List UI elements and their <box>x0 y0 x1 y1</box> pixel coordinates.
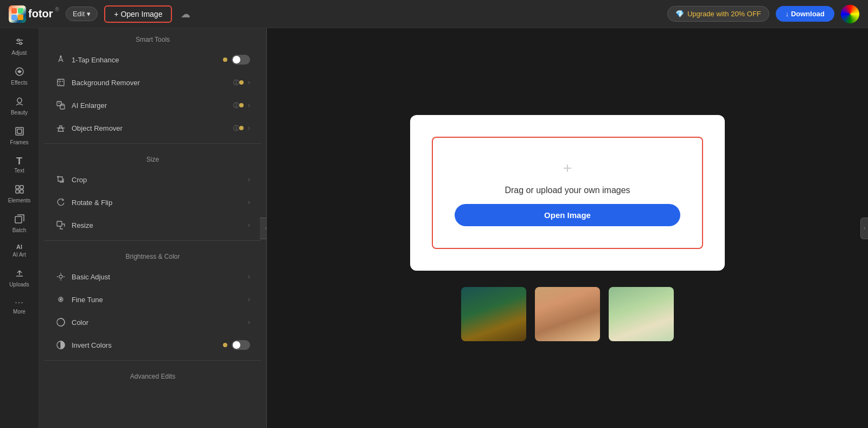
cloud-button[interactable]: ☁ <box>181 8 190 20</box>
sidebar-item-ai-art[interactable]: AI AI Art <box>2 240 37 262</box>
tool-bg-remover[interactable]: Background Remover ⓘ › <box>44 72 261 93</box>
sidebar-item-batch[interactable]: Batch <box>2 210 37 238</box>
svg-rect-3 <box>18 15 23 20</box>
obj-remover-dot <box>239 126 244 130</box>
tool-ai-enlarger[interactable]: AI Enlarger ⓘ › <box>44 94 261 116</box>
ai-enlarger-icon <box>55 100 66 111</box>
svg-rect-2 <box>11 15 17 20</box>
svg-rect-10 <box>16 127 23 135</box>
svg-rect-20 <box>60 105 65 109</box>
svg-point-7 <box>20 42 22 44</box>
open-image-main-button[interactable]: Open Image <box>455 204 680 226</box>
uploads-icon <box>15 269 24 280</box>
logo-text: fotor <box>28 8 53 20</box>
tool-rotate[interactable]: Rotate & Flip › <box>44 191 261 213</box>
tool-one-tap-enhance[interactable]: 1-Tap Enhance <box>44 49 261 71</box>
tool-obj-remover[interactable]: Object Remover ⓘ › <box>44 117 261 139</box>
svg-point-22 <box>59 275 62 278</box>
advanced-edits-header: Advanced Edits <box>39 365 266 385</box>
sidebar-item-effects[interactable]: Effects <box>2 62 37 90</box>
edit-label: Edit <box>73 10 85 18</box>
tool-invert[interactable]: Invert Colors <box>44 334 261 356</box>
invert-toggle[interactable] <box>232 340 250 350</box>
enhance-toggle[interactable] <box>232 55 250 65</box>
tool-resize[interactable]: Resize › <box>44 214 261 236</box>
sidebar-item-frames[interactable]: Frames <box>2 122 37 150</box>
bg-remover-arrow: › <box>248 79 250 86</box>
sample-images <box>461 287 674 341</box>
obj-remover-info: ⓘ <box>233 124 239 132</box>
resize-icon <box>55 220 66 231</box>
enhance-dot <box>223 58 227 62</box>
fine-tune-icon <box>55 294 66 305</box>
right-collapse-handle[interactable]: › <box>860 218 868 239</box>
brightness-header: Brightness & Color <box>39 245 266 265</box>
cloud-icon: ☁ <box>181 9 190 20</box>
fine-tune-label: Fine Tune <box>72 296 248 304</box>
ai-enlarger-dot <box>239 103 244 107</box>
color-label: Color <box>72 318 248 327</box>
more-label: More <box>13 309 25 315</box>
beauty-label: Beauty <box>11 110 28 116</box>
sidebar-item-uploads[interactable]: Uploads <box>2 264 37 292</box>
avatar[interactable] <box>841 5 859 23</box>
drop-zone[interactable]: + Drag or upload your own images Open Im… <box>432 137 703 249</box>
edit-button[interactable]: Edit ▾ <box>66 7 98 21</box>
svg-point-28 <box>60 299 62 301</box>
sample-image-2[interactable] <box>535 287 600 341</box>
collapse-handle[interactable]: ‹ <box>260 218 267 239</box>
tool-color[interactable]: Color › <box>44 311 261 333</box>
tool-fine-tune[interactable]: Fine Tune › <box>44 289 261 310</box>
svg-rect-15 <box>20 190 23 193</box>
download-button[interactable]: ↓ Download <box>776 6 834 22</box>
svg-rect-19 <box>57 101 61 106</box>
sample-image-1[interactable] <box>461 287 526 341</box>
sidebar-item-text[interactable]: T Text <box>2 152 37 178</box>
text-label: Text <box>14 168 24 174</box>
svg-point-29 <box>57 318 65 326</box>
obj-remover-arrow: › <box>248 124 250 132</box>
fine-tune-arrow: › <box>248 296 250 303</box>
left-nav: Adjust Effects Beauty <box>0 28 39 428</box>
sidebar-item-elements[interactable]: Elements <box>2 180 37 208</box>
ai-art-label: AI Art <box>12 252 25 258</box>
edit-chevron-icon: ▾ <box>87 10 91 18</box>
tool-crop[interactable]: Crop › <box>44 169 261 190</box>
invert-dot <box>223 343 227 347</box>
smart-tools-header: Smart Tools <box>39 28 266 48</box>
rotate-arrow: › <box>248 199 250 206</box>
open-image-header-button[interactable]: + Open Image <box>104 5 172 23</box>
separator-2 <box>44 240 261 241</box>
logo[interactable]: fotor ® <box>9 5 59 23</box>
main-body: Adjust Effects Beauty <box>0 28 868 428</box>
svg-rect-18 <box>58 79 64 86</box>
resize-label: Resize <box>72 221 248 229</box>
sidebar-panel: Smart Tools 1-Tap Enhance Ba <box>39 28 267 428</box>
basic-adjust-label: Basic Adjust <box>72 273 248 281</box>
sample-image-3[interactable] <box>609 287 674 341</box>
beauty-icon <box>15 97 24 108</box>
ai-enlarger-info: ⓘ <box>233 101 239 110</box>
svg-rect-1 <box>18 8 23 14</box>
svg-rect-21 <box>57 221 62 226</box>
basic-adjust-icon <box>55 271 66 282</box>
resize-arrow: › <box>248 221 250 229</box>
ai-enlarger-label: AI Enlarger <box>72 101 231 110</box>
tool-basic-adjust[interactable]: Basic Adjust › <box>44 266 261 288</box>
adjust-icon <box>15 37 24 48</box>
svg-rect-11 <box>17 129 22 133</box>
bg-remover-dot <box>239 80 244 85</box>
rotate-label: Rotate & Flip <box>72 199 248 207</box>
sidebar-item-beauty[interactable]: Beauty <box>2 92 37 120</box>
upgrade-button[interactable]: 💎 Upgrade with 20% OFF <box>667 6 769 22</box>
svg-point-17 <box>60 56 61 57</box>
color-arrow: › <box>248 318 250 326</box>
size-header: Size <box>39 148 266 168</box>
frames-icon <box>15 126 24 138</box>
plus-icon: + <box>563 159 572 177</box>
sidebar-item-more[interactable]: ··· More <box>2 294 37 319</box>
sidebar-item-adjust[interactable]: Adjust <box>2 33 37 60</box>
crop-icon <box>55 174 66 185</box>
effects-icon <box>15 67 24 78</box>
enhance-label: 1-Tap Enhance <box>72 56 223 64</box>
